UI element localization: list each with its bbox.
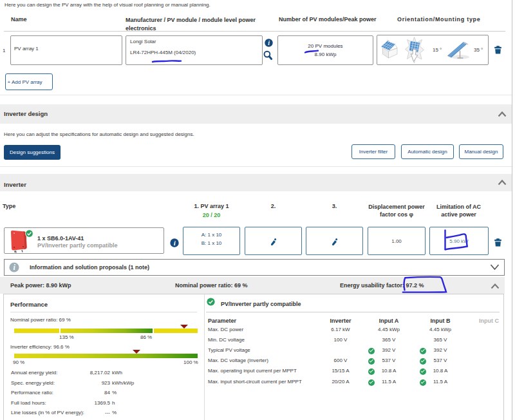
svg-text:i: i xyxy=(268,39,270,46)
